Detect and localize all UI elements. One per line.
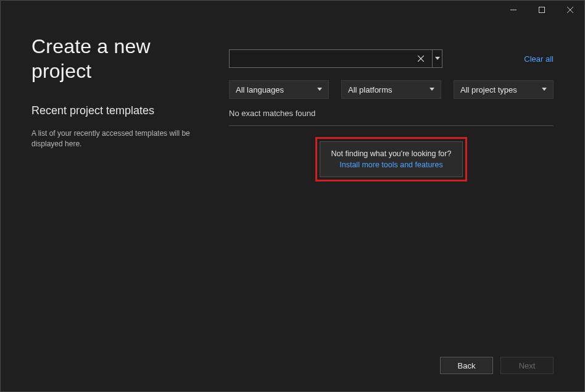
results-status-text: No exact matches found (229, 109, 554, 126)
install-tools-panel: Not finding what you're looking for? Ins… (320, 141, 463, 177)
language-filter-label: All languages (236, 85, 284, 94)
close-button[interactable] (556, 1, 584, 19)
language-filter-dropdown[interactable]: All languages (229, 80, 329, 99)
platform-filter-dropdown[interactable]: All platforms (341, 80, 441, 99)
svg-marker-6 (435, 57, 440, 60)
search-history-dropdown[interactable] (433, 49, 442, 68)
chevron-down-icon (317, 88, 322, 91)
not-finding-question: Not finding what you're looking for? (331, 148, 452, 159)
highlight-annotation: Not finding what you're looking for? Ins… (315, 137, 468, 181)
clear-all-link[interactable]: Clear all (524, 54, 554, 64)
recent-templates-hint: A list of your recently accessed templat… (31, 128, 204, 150)
search-box (229, 49, 442, 68)
left-column: Create a new project Recent project temp… (31, 34, 204, 373)
create-project-dialog: Create a new project Recent project temp… (0, 0, 585, 392)
project-type-filter-dropdown[interactable]: All project types (454, 80, 554, 99)
maximize-button[interactable] (528, 1, 556, 19)
svg-rect-1 (539, 7, 545, 13)
right-column: Clear all All languages All platforms (229, 34, 554, 373)
platform-filter-label: All platforms (348, 85, 392, 94)
chevron-down-icon (429, 88, 434, 91)
dialog-footer: Back Next (440, 357, 554, 374)
back-button[interactable]: Back (440, 357, 493, 374)
svg-marker-8 (429, 88, 434, 91)
chevron-down-icon (542, 88, 547, 91)
project-type-filter-label: All project types (460, 85, 517, 94)
svg-marker-7 (317, 88, 322, 91)
minimize-button[interactable] (499, 1, 528, 19)
recent-templates-header: Recent project templates (31, 104, 204, 117)
window-titlebar (499, 1, 584, 19)
dialog-content: Create a new project Recent project temp… (1, 20, 584, 391)
svg-marker-9 (542, 88, 547, 91)
page-title: Create a new project (31, 34, 204, 83)
install-tools-link[interactable]: Install more tools and features (331, 159, 452, 170)
search-clear-icon[interactable] (413, 50, 429, 67)
next-button: Next (500, 357, 554, 374)
template-search-input[interactable] (229, 49, 433, 68)
